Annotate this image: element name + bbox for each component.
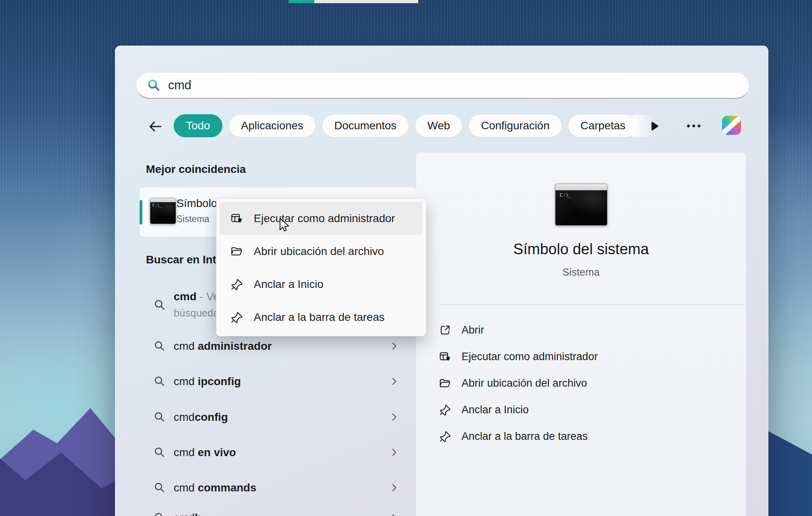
search-suggestion-icon — [153, 410, 166, 424]
detail-actions: Abrir Ejecutar como administrador Abrir … — [416, 317, 746, 450]
play-icon — [648, 120, 661, 132]
best-match-subtitle: Sistema — [176, 214, 209, 224]
context-menu-open-file-location[interactable]: Abrir ubicación del archivo — [220, 235, 423, 268]
folder-icon — [439, 377, 452, 390]
pin-icon — [439, 403, 452, 416]
action-run-as-admin[interactable]: Ejecutar como administrador — [416, 343, 746, 370]
video-progress-track — [314, 0, 418, 3]
filter-bar: Todo Aplicaciones Documentos Web Configu… — [115, 114, 768, 139]
filter-pill-aplicaciones[interactable]: Aplicaciones — [229, 114, 316, 137]
pin-icon — [230, 278, 243, 291]
search-suggestion-icon — [153, 481, 166, 494]
pin-icon — [439, 430, 452, 443]
filter-pill-configuracion[interactable]: Configuración — [469, 114, 562, 137]
web-suggestion-line2: búsqueda — [174, 305, 219, 321]
suggestion-row-cmd-en-vivo[interactable]: cmd en vivo — [140, 435, 417, 470]
search-icon — [147, 78, 161, 92]
pin-icon — [230, 311, 243, 324]
web-suggestion-term: cmd — [174, 290, 197, 303]
filter-pill-todo[interactable]: Todo — [174, 114, 222, 137]
folder-icon — [230, 245, 243, 258]
context-menu-pin-to-start[interactable]: Anclar a Inicio — [220, 268, 423, 301]
selection-accent-bar — [140, 200, 142, 224]
filter-pills: Todo Aplicaciones Documentos Web Configu… — [174, 114, 638, 138]
search-suggestion-icon — [153, 298, 167, 312]
best-match-heading: Mejor coincidencia — [146, 163, 246, 176]
filter-pill-documentos[interactable]: Documentos — [322, 114, 409, 137]
action-pin-to-start[interactable]: Anclar a Inicio — [416, 397, 746, 423]
action-open[interactable]: Abrir — [416, 317, 746, 343]
search-suggestion-icon — [153, 511, 166, 516]
back-button[interactable] — [147, 119, 163, 134]
detail-app-title: Símbolo del sistema — [416, 241, 746, 258]
suggestion-row-cmdb[interactable]: cmdb — [140, 500, 417, 516]
insert-suggestion-chevron[interactable] — [389, 412, 400, 422]
search-suggestion-icon — [153, 446, 166, 459]
detail-panel: C:\_ Símbolo del sistema Sistema Abrir E… — [416, 153, 746, 516]
insert-suggestion-chevron[interactable] — [389, 447, 400, 458]
filter-pill-web[interactable]: Web — [415, 114, 462, 137]
insert-suggestion-chevron[interactable] — [389, 482, 400, 493]
windows-search-panel: Todo Aplicaciones Documentos Web Configu… — [115, 46, 768, 516]
copilot-icon[interactable] — [722, 116, 741, 135]
filters-scroll-right-button[interactable] — [648, 120, 661, 132]
command-prompt-icon: C:\_ — [150, 198, 176, 224]
video-progress-played — [289, 0, 314, 3]
action-open-file-location[interactable]: Abrir ubicación del archivo — [416, 370, 746, 397]
detail-divider — [438, 304, 745, 305]
context-menu-run-as-admin[interactable]: Ejecutar como administrador — [220, 202, 423, 235]
back-arrow-icon — [147, 119, 163, 134]
search-input[interactable] — [168, 78, 739, 92]
insert-suggestion-chevron[interactable] — [389, 512, 400, 516]
context-menu: Ejecutar como administrador Abrir ubicac… — [216, 198, 426, 336]
search-suggestion-icon — [153, 340, 166, 353]
insert-suggestion-chevron[interactable] — [389, 376, 400, 387]
context-menu-pin-to-taskbar[interactable]: Anclar a la barra de tareas — [220, 301, 423, 334]
insert-suggestion-chevron[interactable] — [389, 341, 400, 351]
search-box[interactable] — [136, 72, 749, 99]
open-icon — [439, 324, 452, 337]
search-suggestion-icon — [153, 375, 166, 388]
suggestion-row-cmd-ipconfig[interactable]: cmd ipconfig — [140, 364, 417, 399]
admin-shield-icon — [439, 350, 452, 363]
action-pin-to-taskbar[interactable]: Anclar a la barra de tareas — [416, 423, 746, 450]
command-prompt-icon-large: C:\_ — [555, 184, 607, 226]
detail-app-subtitle: Sistema — [416, 266, 746, 278]
video-progress-bar — [289, 0, 418, 3]
suggestion-row-cmdconfig[interactable]: cmdconfig — [140, 399, 417, 435]
admin-shield-icon — [230, 212, 243, 225]
more-options-button[interactable]: ••• — [687, 116, 703, 135]
